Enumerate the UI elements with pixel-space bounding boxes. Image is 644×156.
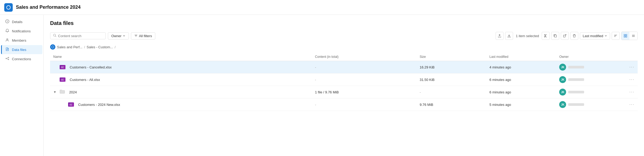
table-row[interactable]: Customers - 2024 New.xlsx-9.76 MiB5 minu…	[50, 98, 638, 111]
table-row[interactable]: ▼ 20241 file / 9.76 MiB-6 minutes ago JK…	[50, 86, 638, 98]
svg-point-11	[54, 34, 56, 36]
sidebar-label-notifications: Notifications	[12, 29, 31, 33]
table-header-row: Name Content (in total) Size Last modifi…	[50, 53, 638, 61]
connections-icon	[5, 57, 9, 61]
app-logo	[4, 3, 13, 12]
list-view-button[interactable]	[629, 32, 637, 40]
file-size-cell: -	[416, 86, 486, 98]
sidebar-item-data-files[interactable]: Data files	[1, 45, 42, 54]
svg-rect-24	[554, 35, 557, 37]
xlsx-icon	[60, 77, 65, 82]
all-filters-button[interactable]: All filters	[131, 32, 155, 40]
breadcrumb-sep-1: /	[84, 45, 85, 49]
table-row[interactable]: Customers - All.xlsx-31.50 KiB6 minutes …	[50, 73, 638, 86]
file-name-cell: ▼ 2024	[50, 86, 312, 98]
svg-point-3	[7, 39, 8, 40]
file-owner-cell: JK	[556, 86, 626, 98]
file-name-cell: Customers - Cancelled.xlsx	[50, 61, 312, 73]
expand-chevron[interactable]: ▼	[53, 90, 56, 94]
last-modified-label: Last modified	[583, 34, 603, 38]
notifications-icon	[5, 29, 9, 33]
owner-name	[568, 103, 584, 106]
owner-filter-button[interactable]: Owner	[108, 32, 129, 40]
all-filters-label: All filters	[139, 34, 152, 38]
svg-line-9	[7, 58, 8, 59]
more-actions-button[interactable]: ···	[629, 65, 634, 69]
svg-line-22	[545, 35, 546, 36]
file-content-cell: -	[312, 98, 417, 111]
more-actions-button[interactable]: ···	[629, 90, 634, 94]
details-icon	[5, 19, 9, 24]
upload-button[interactable]	[496, 32, 504, 40]
file-modified-cell: 5 minutes ago	[486, 98, 556, 111]
file-content-cell: 1 file / 9.76 MiB	[312, 86, 417, 98]
file-name-cell: Customers - All.xlsx	[50, 73, 312, 86]
svg-point-19	[544, 34, 545, 36]
col-size: Size	[416, 53, 486, 61]
svg-line-20	[545, 34, 547, 35]
file-actions-cell: ···	[626, 73, 638, 86]
more-actions-button[interactable]: ···	[629, 77, 634, 82]
export-button[interactable]	[505, 32, 513, 40]
move-button[interactable]	[561, 32, 569, 40]
sidebar-item-members[interactable]: Members	[1, 36, 42, 45]
file-name-cell: Customers - 2024 New.xlsx	[50, 98, 312, 111]
file-modified-cell: 4 minutes ago	[486, 61, 556, 73]
more-actions-button[interactable]: ···	[629, 102, 634, 107]
file-size-cell: 16.29 KiB	[416, 61, 486, 73]
sidebar-item-connections[interactable]: Connections	[1, 54, 42, 63]
file-name-text: Customers - 2024 New.xlsx	[78, 103, 120, 107]
grid-view-button[interactable]	[621, 32, 629, 40]
breadcrumb-item-1[interactable]: Sales and Perf...	[57, 45, 82, 49]
sidebar-label-data-files: Data files	[12, 48, 26, 52]
xlsx-icon	[68, 102, 74, 107]
file-name-text: Customers - All.xlsx	[70, 78, 100, 82]
breadcrumb: Sales and Perf... / Sales - Custom... /	[50, 44, 638, 50]
header: Sales and Performance 2024	[0, 0, 644, 15]
file-modified-value: 6 minutes ago	[489, 90, 511, 94]
svg-line-10	[7, 59, 8, 60]
breadcrumb-item-2[interactable]: Sales - Custom...	[87, 45, 113, 49]
breadcrumb-icon	[50, 44, 55, 50]
search-box[interactable]	[50, 32, 106, 39]
folder-icon	[60, 89, 65, 95]
col-content: Content (in total)	[312, 53, 417, 61]
col-owner: Owner	[556, 53, 626, 61]
table-row[interactable]: Customers - Cancelled.xlsx-16.29 KiB4 mi…	[50, 61, 638, 73]
sort-chevron-icon	[605, 34, 607, 37]
toolbar: Owner All filters 1 item selected	[50, 32, 638, 40]
copy-button[interactable]	[551, 32, 559, 40]
owner-name	[568, 91, 584, 93]
filter-icon	[134, 34, 138, 37]
sidebar-label-members: Members	[12, 38, 26, 42]
file-content-cell: -	[312, 73, 417, 86]
file-size-cell: 9.76 MiB	[416, 98, 486, 111]
cut-icon	[544, 34, 548, 38]
sidebar-item-notifications[interactable]: Notifications	[1, 27, 42, 36]
svg-line-21	[545, 37, 547, 37]
sidebar: Details Notifications Members Data files…	[0, 15, 44, 156]
owner-avatar: JK	[559, 101, 566, 108]
last-modified-button[interactable]: Last modified	[580, 32, 610, 40]
owner-name	[568, 66, 584, 68]
file-name-text: Customers - Cancelled.xlsx	[70, 65, 112, 69]
export-icon	[507, 34, 511, 38]
delete-button[interactable]	[570, 32, 578, 40]
svg-point-6	[6, 58, 7, 59]
sidebar-item-details[interactable]: Details	[1, 17, 42, 26]
file-owner-cell: JK	[556, 98, 626, 111]
sort-icon	[614, 34, 617, 38]
svg-point-7	[8, 57, 9, 58]
file-content-value: -	[315, 78, 316, 82]
cut-button[interactable]	[542, 32, 550, 40]
upload-icon	[498, 34, 501, 38]
file-content-value: -	[315, 103, 316, 107]
search-input[interactable]	[58, 34, 103, 38]
sort-button[interactable]	[612, 32, 620, 40]
svg-point-18	[544, 36, 545, 37]
owner-name	[568, 78, 584, 81]
selected-count: 1 item selected	[516, 34, 539, 38]
file-size-cell: 31.50 KiB	[416, 73, 486, 86]
sidebar-label-connections: Connections	[12, 57, 31, 61]
file-content-value: 1 file / 9.76 MiB	[315, 90, 339, 94]
